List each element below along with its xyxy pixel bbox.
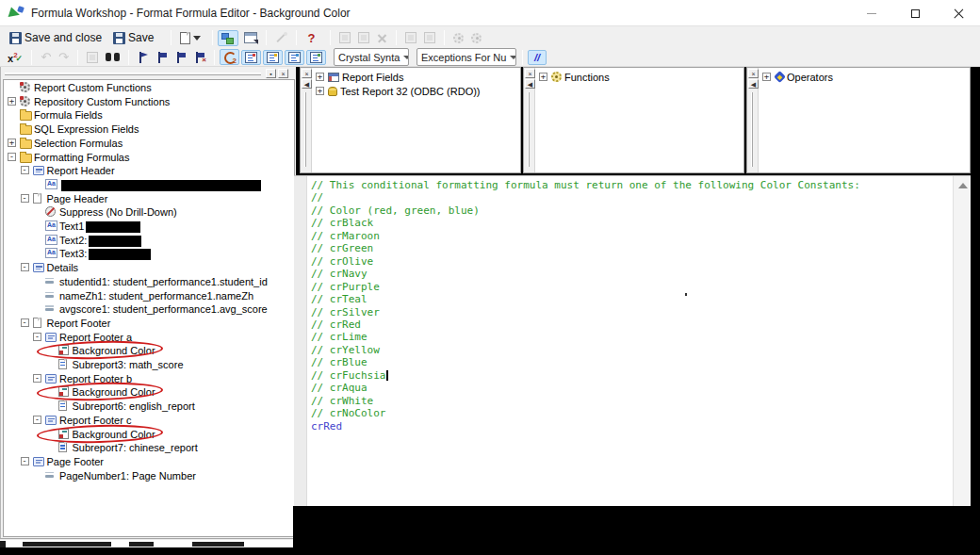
report-fields-panel: × ◀ +Report Fields+Test Report 32 (ODBC …	[300, 67, 521, 173]
tree-item[interactable]: +Functions	[536, 70, 742, 84]
panel-scroll-track[interactable]	[304, 92, 306, 167]
formula-text-area[interactable]: // This conditional formatting formula m…	[311, 179, 948, 506]
subreport-icon	[58, 359, 67, 369]
editor-scrollbar[interactable]	[953, 176, 971, 506]
collapse-box-icon[interactable]: -	[33, 374, 41, 383]
tree-item[interactable]: +Repository Custom Functions	[4, 95, 294, 108]
find-button[interactable]	[102, 50, 123, 64]
panel-collapse-button[interactable]: ◀	[748, 79, 759, 89]
expand-box-icon[interactable]: +	[539, 73, 547, 81]
panel-scroll-track[interactable]	[528, 92, 530, 167]
tree-item[interactable]: +Test Report 32 (ODBC (RDO))	[313, 84, 518, 98]
functions-tree[interactable]: +Functions	[536, 70, 742, 171]
tree-item[interactable]: +Report Fields	[313, 70, 518, 84]
tree-item[interactable]: Subreport3: math_score	[4, 358, 294, 371]
tree-item[interactable]: -Report Header	[4, 164, 294, 177]
tree-item[interactable]: -Page Footer	[4, 455, 294, 468]
panel-undock-button[interactable]: ▪	[266, 69, 276, 78]
formula-line: // crLime	[311, 331, 948, 343]
collapse-box-icon[interactable]: -	[33, 333, 41, 341]
collapse-box-icon[interactable]: -	[21, 263, 29, 271]
tree-item[interactable]: Suppress (No Drill-Down)	[4, 205, 294, 219]
tree-item[interactable]: Subreport6: english_report	[4, 400, 294, 413]
tree-item[interactable]: Text2:	[4, 234, 294, 247]
minimize-button[interactable]	[850, 0, 893, 26]
operators-tree[interactable]: +Operators	[760, 70, 968, 171]
next-bookmark-button[interactable]	[153, 50, 172, 65]
report-fields-tree[interactable]: +Report Fields+Test Report 32 (ODBC (RDO…	[313, 70, 518, 171]
expand-box-icon[interactable]: +	[8, 139, 16, 147]
tree-item[interactable]: avgscore1: student_performance1.avg_scor…	[4, 302, 294, 316]
duplicate-icon	[358, 32, 369, 43]
tree-item[interactable]: Text3:	[4, 247, 294, 260]
tree-item[interactable]: -Report Footer a	[4, 331, 294, 344]
collapse-box-icon[interactable]: -	[21, 318, 29, 327]
panel-scroll-track[interactable]	[751, 92, 753, 167]
collapse-box-icon[interactable]: -	[33, 416, 41, 424]
tree-item[interactable]	[4, 178, 294, 191]
tree-item[interactable]: Report Custom Functions	[4, 81, 294, 94]
toggle-properties-button[interactable]	[240, 30, 261, 45]
maximize-button[interactable]	[893, 0, 937, 26]
tree-item[interactable]: +Operators	[760, 70, 968, 84]
exceptions-selector[interactable]: Exceptions For Nu	[416, 48, 516, 66]
tree-item[interactable]: Background Color	[4, 385, 294, 399]
tree-item[interactable]: studentid1: student_performance1.student…	[4, 275, 294, 288]
toggle-functions-tree-button[interactable]	[263, 50, 283, 65]
tree-item[interactable]: Text1	[4, 220, 294, 233]
tree-item[interactable]: -Details	[4, 261, 294, 274]
syntax-selector[interactable]: Crystal Synta	[334, 48, 409, 66]
expand-box-icon[interactable]: +	[316, 73, 324, 81]
field-icon	[45, 295, 54, 298]
tree-item[interactable]: -Formatting Formulas	[4, 151, 294, 164]
panel-collapse-button[interactable]: ◀	[302, 79, 312, 89]
collapse-box-icon[interactable]: -	[8, 153, 16, 161]
toggle-all-trees-button[interactable]	[306, 50, 326, 65]
panel-collapse-button[interactable]: ◀	[525, 79, 535, 89]
tree-item[interactable]: -Report Footer c	[4, 414, 294, 427]
workshop-tree[interactable]: Report Custom Functions+Repository Custo…	[3, 79, 295, 537]
tree-item[interactable]: Formula Fields	[4, 108, 294, 122]
tree-item[interactable]: Background Color	[4, 344, 294, 357]
tree-item-label	[59, 179, 261, 191]
tree-item[interactable]: -Report Footer	[4, 317, 294, 330]
help-button[interactable]: ?	[302, 29, 320, 47]
toggle-operators-tree-button[interactable]	[285, 50, 304, 65]
expand-box-icon[interactable]: +	[8, 97, 16, 106]
section-icon	[45, 374, 57, 384]
operators-tree-icon	[288, 52, 301, 63]
close-button[interactable]	[937, 0, 980, 26]
expand-box-icon[interactable]: +	[316, 87, 324, 95]
folder-icon	[20, 139, 32, 149]
toggle-bookmark-button[interactable]	[134, 50, 153, 65]
save-button[interactable]: Save	[109, 29, 157, 46]
tree-item[interactable]: -Page Header	[4, 192, 294, 205]
redo-icon: ↷	[58, 51, 69, 64]
tree-item[interactable]: -Report Footer b	[4, 372, 294, 385]
panel-close-button[interactable]: ×	[278, 69, 288, 78]
toggle-workshop-tree-button[interactable]	[218, 30, 238, 46]
tree-item[interactable]: +Selection Formulas	[4, 137, 294, 150]
save-and-close-button[interactable]: Save and close	[6, 29, 106, 46]
comment-button[interactable]: //	[528, 50, 547, 65]
check-syntax-button[interactable]: x2✓	[4, 47, 26, 68]
tree-item[interactable]: Background Color	[4, 428, 294, 441]
new-formula-button[interactable]	[176, 30, 207, 46]
panel-close-button[interactable]: ×	[525, 69, 535, 78]
expand-box-icon[interactable]: +	[762, 73, 771, 81]
panel-close-button[interactable]: ×	[748, 69, 759, 78]
panel-drag-grip[interactable]	[5, 73, 261, 75]
section-icon	[33, 166, 44, 175]
clear-bookmarks-button[interactable]: ×	[190, 50, 209, 65]
tree-item[interactable]: PageNumber1: Page Number	[4, 469, 294, 482]
previous-bookmark-button[interactable]	[172, 50, 190, 65]
collapse-box-icon[interactable]: -	[21, 457, 29, 465]
tree-item[interactable]: nameZh1: student_performance1.nameZh	[4, 289, 294, 302]
toggle-fields-tree-button[interactable]	[241, 50, 261, 65]
collapse-box-icon[interactable]: -	[21, 194, 29, 203]
panel-close-button[interactable]: ×	[302, 69, 312, 78]
sort-trees-button[interactable]	[220, 49, 239, 65]
tree-item[interactable]: Subreport7: chinese_report	[4, 441, 294, 454]
collapse-box-icon[interactable]: -	[21, 166, 29, 174]
tree-item[interactable]: SQL Expression Fields	[4, 122, 294, 136]
